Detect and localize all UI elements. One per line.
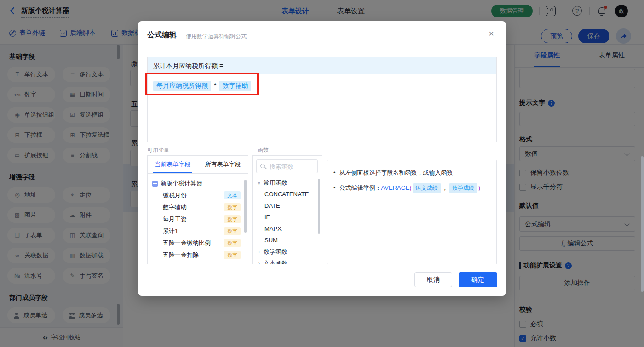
formula-editor-modal: 公式编辑 使用数学运算符编辑公式 × 累计本月应纳税所得额 = 每月应纳税所得额…	[138, 21, 506, 296]
confirm-button[interactable]: 确定	[459, 272, 497, 287]
variable-item[interactable]: 每月工资数字	[148, 213, 248, 225]
formula-target: 累计本月应纳税所得额 =	[148, 57, 496, 74]
tree-root-form[interactable]: 新版个税计算器	[148, 177, 248, 189]
tab-all-form-fields[interactable]: 所有表单字段	[198, 156, 248, 173]
example-field-chip: 数学成绩	[449, 183, 477, 193]
variable-item[interactable]: 数字辅助数字	[148, 201, 248, 213]
modal-subtitle: 使用数学运算符编辑公式	[186, 33, 247, 40]
type-badge-number: 数字	[224, 215, 241, 223]
type-badge-number: 数字	[224, 203, 241, 211]
type-badge-text: 文本	[224, 191, 241, 199]
formula-editor: 累计本月应纳税所得额 = 每月应纳税所得额*数字辅助	[147, 57, 497, 142]
chevron-right-icon: ›	[256, 249, 262, 255]
chevron-down-icon: ∨	[256, 180, 262, 186]
variable-item[interactable]: 累计1数字	[148, 225, 248, 237]
help-panel: 从左侧面板选择字段名和函数，或输入函数 公式编辑举例：AVERAGE(语文成绩，…	[327, 160, 497, 264]
variables-section-label: 可用变量	[147, 146, 169, 154]
modal-title: 公式编辑	[147, 30, 177, 40]
function-item[interactable]: IF	[253, 211, 322, 223]
type-badge-number: 数字	[224, 227, 241, 235]
functions-scrollbar-thumb[interactable]	[318, 179, 320, 234]
variables-tabs: 当前表单字段 所有表单字段	[148, 156, 248, 174]
example-field-chip: 语文成绩	[413, 183, 441, 193]
variables-tree: 新版个税计算器 缴税月份文本 数字辅助数字 每月工资数字 累计1数字 五险一金缴…	[148, 174, 248, 264]
form-doc-icon	[152, 181, 158, 187]
app-screen: 新版个税计算器 表单设计 表单设置 数据管理 ? 政 表单外链 后端脚本 数据权…	[0, 0, 644, 347]
close-icon[interactable]: ×	[489, 29, 494, 38]
variable-item[interactable]: 五险一金缴纳比例数字	[148, 237, 248, 249]
help-tip-1: 从左侧面板选择字段名和函数，或输入函数	[334, 168, 490, 177]
functions-section-label: 函数	[258, 146, 269, 154]
variable-item[interactable]: 五险一金扣除数字	[148, 249, 248, 261]
page-scrollbar-thumb[interactable]	[641, 156, 644, 292]
function-group-common[interactable]: ∨常用函数	[253, 177, 322, 188]
variable-item[interactable]: 缴税月份文本	[148, 189, 248, 201]
type-badge-number: 数字	[224, 239, 241, 247]
function-item[interactable]: SUM	[253, 234, 322, 246]
help-tip-2: 公式编辑举例：AVERAGE(语文成绩，数学成绩)	[334, 183, 490, 193]
variables-scrollbar-thumb[interactable]	[244, 180, 247, 233]
function-search[interactable]	[256, 159, 318, 173]
function-item[interactable]: MAPX	[253, 223, 322, 234]
type-badge-number: 数字	[224, 251, 241, 259]
example-function-name: AVERAGE	[381, 184, 410, 191]
variables-panel: 当前表单字段 所有表单字段 新版个税计算器 缴税月份文本 数字辅助数字 每月工资…	[147, 155, 248, 264]
cancel-button[interactable]: 取消	[414, 272, 452, 287]
function-group-math[interactable]: ›数学函数	[253, 246, 322, 257]
functions-panel: ∨常用函数 CONCATENATE DATE IF MAPX SUM ›数学函数…	[252, 155, 322, 264]
function-group-text[interactable]: ›文本函数	[253, 257, 322, 264]
tab-current-form-fields[interactable]: 当前表单字段	[148, 156, 198, 173]
function-item[interactable]: DATE	[253, 200, 322, 211]
search-input[interactable]	[269, 163, 314, 171]
chevron-right-icon: ›	[256, 260, 262, 265]
annotation-red-box	[145, 73, 259, 95]
search-icon	[260, 163, 266, 170]
function-item[interactable]: CONCATENATE	[253, 188, 322, 200]
